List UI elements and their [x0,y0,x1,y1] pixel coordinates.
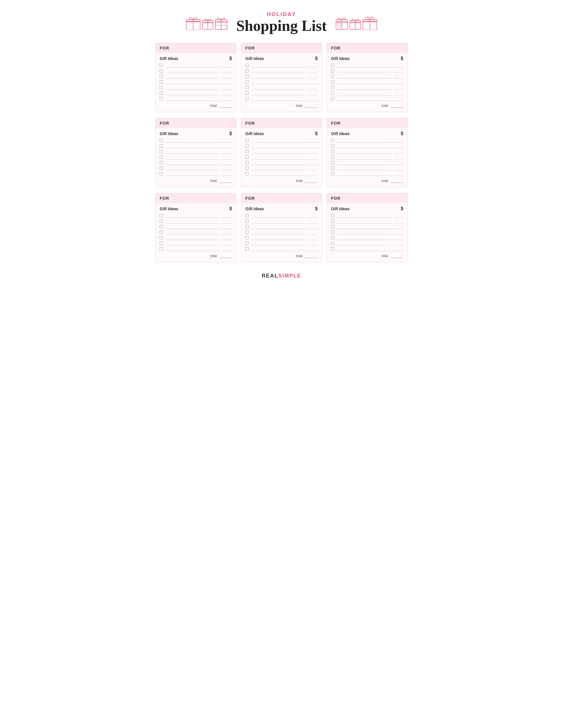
item-line [165,155,220,159]
checkbox[interactable] [160,167,163,170]
checkbox[interactable] [331,231,334,234]
checkbox[interactable] [160,91,163,95]
item-line [165,214,220,218]
total-row: total [245,179,318,183]
checkbox[interactable] [331,139,334,142]
price-line [394,91,403,95]
checkbox[interactable] [245,150,248,153]
list-item [331,161,403,165]
checkbox[interactable] [331,236,334,239]
checkbox[interactable] [245,231,248,234]
checkbox[interactable] [160,236,163,239]
item-line [251,155,306,159]
sections-grid: FORGift Ideas$totalFORGift Ideas$totalFO… [155,43,408,262]
list-item [331,69,403,73]
checkbox[interactable] [245,139,248,142]
checkbox[interactable] [160,150,163,153]
checkbox[interactable] [331,225,334,228]
gift-ideas-label: Gift Ideas [331,56,350,61]
section-card-2: FORGift Ideas$total [241,43,322,112]
checkbox[interactable] [160,75,163,78]
checkbox[interactable] [160,156,163,159]
checkbox[interactable] [245,236,248,239]
for-label: FOR [160,46,169,50]
list-item [331,166,403,170]
gift-icon-left-3 [215,17,227,30]
price-line [308,155,318,159]
price-line [394,63,403,68]
checkbox[interactable] [245,80,248,84]
checkbox[interactable] [160,247,163,250]
price-line [394,172,403,176]
section-header-7: FOR [156,193,236,203]
price-line [308,91,318,95]
checkbox[interactable] [160,97,163,100]
checkbox[interactable] [245,69,248,73]
checkbox[interactable] [160,172,163,175]
checkbox[interactable] [160,161,163,164]
checkbox[interactable] [331,156,334,159]
checkbox[interactable] [245,156,248,159]
checkbox[interactable] [245,97,248,100]
checkbox[interactable] [160,64,163,67]
checkbox[interactable] [245,64,248,67]
checkbox[interactable] [245,214,248,217]
checkbox[interactable] [331,80,334,84]
checklist-items [331,63,403,101]
checkbox[interactable] [331,69,334,73]
checkbox[interactable] [331,247,334,250]
checkbox[interactable] [245,91,248,95]
item-line [251,80,306,84]
list-item [331,241,403,245]
checkbox[interactable] [245,144,248,148]
checkbox[interactable] [331,150,334,153]
item-line [165,166,220,170]
checkbox[interactable] [160,225,163,228]
checkbox[interactable] [245,220,248,223]
checkbox[interactable] [331,64,334,67]
checkbox[interactable] [160,139,163,142]
item-line [337,241,391,245]
checkbox[interactable] [245,247,248,250]
checkbox[interactable] [160,214,163,217]
item-line [251,241,306,245]
checkbox[interactable] [160,220,163,223]
checkbox[interactable] [160,242,163,245]
checkbox[interactable] [245,172,248,175]
checkbox[interactable] [245,167,248,170]
checkbox[interactable] [245,225,248,228]
checkbox[interactable] [331,214,334,217]
price-line [394,225,403,229]
checkbox[interactable] [331,97,334,100]
brand-simple: SIMPLE [278,273,301,279]
checkbox[interactable] [331,167,334,170]
checkbox[interactable] [160,144,163,148]
price-line [394,80,403,84]
checkbox[interactable] [160,69,163,73]
checkbox[interactable] [331,91,334,95]
checkbox[interactable] [245,161,248,164]
checkbox[interactable] [160,231,163,234]
checkbox[interactable] [160,86,163,89]
item-line [165,219,220,223]
checkbox[interactable] [245,86,248,89]
checkbox[interactable] [331,220,334,223]
checkbox[interactable] [331,161,334,164]
total-row: total [331,254,403,258]
checkbox[interactable] [245,75,248,78]
checkbox[interactable] [331,86,334,89]
item-line [337,63,391,68]
checkbox[interactable] [245,242,248,245]
checkbox[interactable] [331,75,334,78]
checkbox[interactable] [331,172,334,175]
total-line [305,254,318,258]
checkbox[interactable] [331,144,334,148]
section-card-3: FORGift Ideas$total [327,43,408,112]
list-item [245,225,318,229]
price-line [308,236,318,240]
gift-ideas-row: Gift Ideas$ [331,131,403,136]
checkbox[interactable] [331,242,334,245]
gift-ideas-row: Gift Ideas$ [160,56,232,61]
section-card-6: FORGift Ideas$total [327,118,408,187]
checkbox[interactable] [160,80,163,84]
